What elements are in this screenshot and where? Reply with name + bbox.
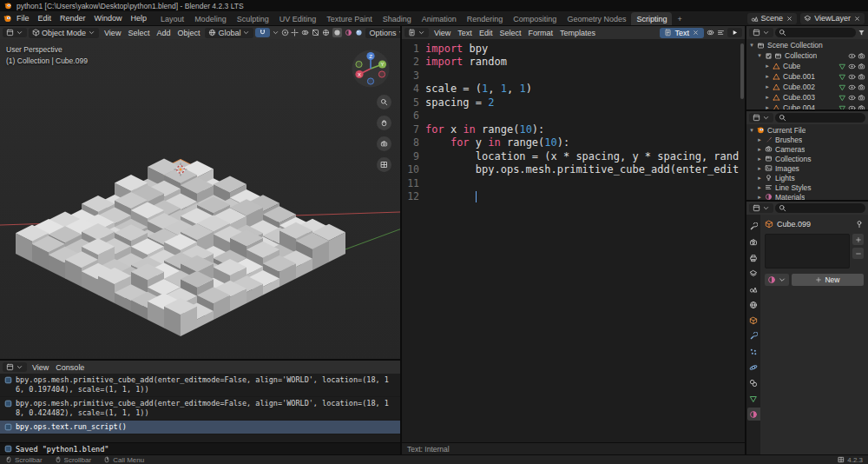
viewport-menu-view[interactable]: View [101, 28, 124, 38]
orientation-dropdown[interactable]: Global [205, 28, 253, 38]
outliner-object-cube-002[interactable]: ▸Cube.002 [746, 82, 868, 92]
tab-texture-paint[interactable]: Texture Paint [321, 12, 378, 25]
tab-compositing[interactable]: Compositing [508, 12, 562, 25]
text-editor-menu-view[interactable]: View [431, 28, 454, 38]
snap-options-dropdown[interactable] [272, 29, 279, 36]
mesh-data-icon[interactable] [838, 73, 846, 81]
tab-layout[interactable]: Layout [155, 12, 189, 25]
hide-viewport-toggle[interactable] [848, 52, 856, 60]
properties-tab-constraints[interactable] [747, 376, 760, 389]
unlink-scene-button[interactable] [786, 15, 793, 23]
editor-type-button[interactable] [3, 28, 27, 37]
code-line-5[interactable]: 5spacing = 2 [402, 96, 745, 109]
properties-tab-material[interactable] [747, 408, 760, 421]
code-line-3[interactable]: 3 [402, 69, 745, 83]
viewport-menu-object[interactable]: Object [174, 28, 203, 38]
viewlayer-selector[interactable]: ViewLayer [800, 13, 865, 24]
file-category-line-styles[interactable]: ▸Line Styles [746, 182, 868, 192]
navigation-gizmo[interactable]: Z X Y [351, 49, 391, 90]
add-slot-button[interactable] [852, 234, 864, 245]
topbar-menu-edit[interactable]: Edit [34, 13, 56, 24]
scrollbar[interactable] [740, 43, 744, 99]
xray-toggle[interactable] [312, 29, 319, 36]
properties-tab-world[interactable] [747, 298, 760, 311]
run-script-button[interactable] [727, 28, 742, 37]
outliner-scene-collection[interactable]: ▾Scene Collection [746, 40, 868, 50]
outliner-collection[interactable]: ▾Collection [746, 50, 868, 61]
viewport-menu-select[interactable]: Select [124, 28, 153, 38]
code-line-6[interactable]: 6 [402, 109, 745, 123]
text-datablock-selector[interactable]: Text [660, 28, 704, 38]
tab-sculpting[interactable]: Sculpting [232, 12, 274, 25]
editor-type-button[interactable] [404, 28, 429, 37]
proportional-editing-toggle[interactable] [281, 29, 289, 36]
properties-tab-output[interactable] [747, 251, 760, 264]
hide-viewport-toggle[interactable] [848, 104, 856, 110]
camera-view-button[interactable] [377, 136, 391, 151]
filter-icon[interactable] [858, 29, 865, 36]
code-line-8[interactable]: 8 for y in range(10): [402, 136, 745, 150]
mesh-data-icon[interactable] [838, 94, 846, 102]
pan-button[interactable] [377, 116, 391, 130]
pin-icon[interactable] [855, 220, 864, 229]
hide-viewport-toggle[interactable] [848, 63, 856, 70]
disclosure-icon[interactable]: ▸ [764, 83, 771, 90]
text-editor-menu-templates[interactable]: Templates [556, 28, 599, 38]
file-category-cameras[interactable]: ▸Cameras [746, 144, 868, 154]
tab-uv-editing[interactable]: UV Editing [274, 12, 322, 25]
tab-animation[interactable]: Animation [417, 12, 462, 25]
snap-toggle[interactable] [255, 28, 270, 37]
word-wrap-icon[interactable] [717, 29, 725, 36]
file-category-collections[interactable]: ▸Collections [746, 154, 868, 163]
disclosure-icon[interactable]: ▸ [756, 156, 763, 162]
file-search-input[interactable] [775, 113, 865, 123]
mesh-data-icon[interactable] [838, 83, 846, 91]
text-editor-menu-edit[interactable]: Edit [476, 28, 496, 38]
code-line-11[interactable]: 11 [402, 176, 745, 190]
editor-type-button[interactable] [3, 362, 27, 372]
code-line-12[interactable]: 12 [402, 190, 745, 204]
file-current-file[interactable]: ▾Current File [746, 125, 868, 135]
disable-render-toggle[interactable] [858, 63, 865, 70]
outliner-object-cube-003[interactable]: ▸Cube.003 [746, 92, 868, 103]
properties-tab-particles[interactable] [747, 345, 760, 358]
disclosure-icon[interactable]: ▸ [756, 165, 763, 172]
shading-wireframe-button[interactable] [322, 29, 330, 36]
disclosure-icon[interactable]: ▸ [764, 73, 771, 80]
properties-tab-physics[interactable] [747, 361, 760, 374]
properties-tab-view-layer[interactable] [747, 267, 760, 280]
disable-render-toggle[interactable] [858, 83, 865, 91]
hide-viewport-toggle[interactable] [848, 94, 856, 102]
console-menu-console[interactable]: Console [52, 362, 88, 373]
console-report-2[interactable]: bpy.ops.mesh.primitive_cube_add(enter_ed… [0, 397, 400, 421]
text-editor-menu-text[interactable]: Text [454, 28, 476, 38]
disable-render-toggle[interactable] [858, 104, 865, 110]
show-gizmo-toggle[interactable] [291, 29, 299, 36]
outliner-search-input[interactable] [775, 28, 856, 37]
properties-tab-tool[interactable] [747, 220, 760, 233]
mesh-data-icon[interactable] [838, 63, 846, 70]
code-line-2[interactable]: 2import random [402, 56, 745, 70]
remove-slot-button[interactable] [852, 248, 864, 259]
outliner-object-cube-001[interactable]: ▸Cube.001 [746, 71, 868, 82]
editor-type-button[interactable] [749, 203, 773, 213]
shading-solid-button[interactable] [332, 28, 342, 37]
properties-tab-modifiers[interactable] [747, 329, 760, 342]
mesh-data-icon[interactable] [838, 104, 846, 110]
tab-rendering[interactable]: Rendering [462, 12, 509, 25]
disable-render-toggle[interactable] [858, 94, 865, 102]
topbar-menu-file[interactable]: File [12, 13, 34, 24]
browse-material-button[interactable] [765, 274, 789, 286]
material-slot-list[interactable] [765, 234, 850, 268]
text-editor-menu-format[interactable]: Format [524, 28, 556, 38]
disclosure-icon[interactable]: ▾ [748, 42, 755, 49]
shading-material-button[interactable] [345, 29, 352, 36]
properties-tab-scene[interactable] [747, 282, 760, 295]
disclosure-icon[interactable]: ▸ [756, 194, 763, 201]
hide-viewport-toggle[interactable] [848, 83, 856, 91]
disable-render-toggle[interactable] [858, 52, 865, 60]
disclosure-icon[interactable]: ▸ [764, 94, 771, 101]
topbar-menu-help[interactable]: Help [127, 13, 152, 24]
unlink-viewlayer-button[interactable] [853, 15, 861, 23]
disclosure-icon[interactable]: ▸ [756, 184, 763, 191]
